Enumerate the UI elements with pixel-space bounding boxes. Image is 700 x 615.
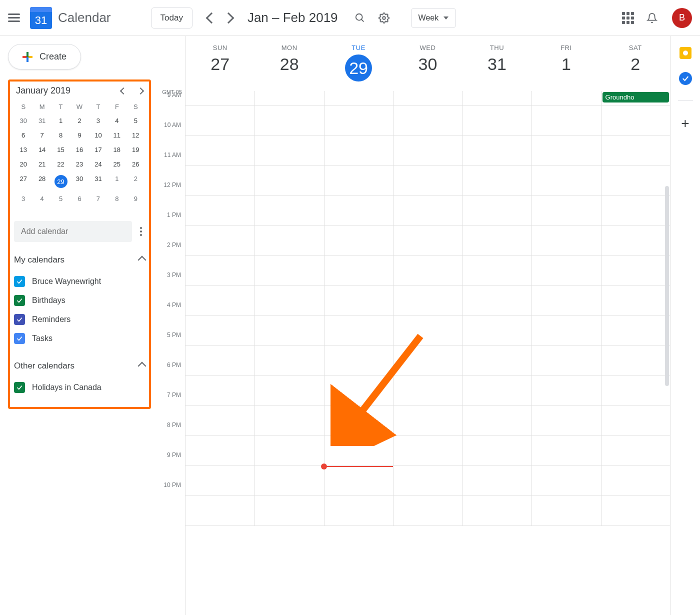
hour-cell[interactable] xyxy=(601,166,670,196)
mini-day-cell[interactable]: 4 xyxy=(32,192,51,206)
hour-cell[interactable] xyxy=(186,106,254,136)
mini-day-cell[interactable]: 8 xyxy=(108,192,126,206)
mini-day-cell[interactable]: 2 xyxy=(126,172,145,192)
allday-cell[interactable] xyxy=(324,91,393,106)
mini-day-cell[interactable]: 1 xyxy=(52,114,70,128)
hour-cell[interactable] xyxy=(254,466,324,496)
allday-cell[interactable] xyxy=(462,91,532,106)
hour-cell[interactable] xyxy=(462,346,532,376)
mini-day-cell[interactable]: 15 xyxy=(52,142,70,157)
mini-day-cell[interactable]: 6 xyxy=(70,192,88,206)
hour-row[interactable] xyxy=(186,376,670,406)
my-calendars-toggle[interactable]: My calendars xyxy=(14,255,145,265)
hour-cell[interactable] xyxy=(462,466,532,496)
hour-cell[interactable] xyxy=(324,496,393,526)
calendar-checkbox[interactable] xyxy=(14,333,25,344)
hour-cell[interactable] xyxy=(254,406,324,436)
hour-cell[interactable] xyxy=(532,226,600,256)
day-header[interactable]: SAT2 xyxy=(601,36,670,91)
hour-cell[interactable] xyxy=(324,196,393,226)
calendar-logo[interactable]: 31 xyxy=(30,7,52,29)
allday-cell[interactable]: Groundho xyxy=(601,91,670,106)
mini-day-cell[interactable]: 5 xyxy=(126,114,145,128)
mini-day-cell[interactable]: 9 xyxy=(70,128,88,142)
view-selector[interactable]: Week xyxy=(411,8,456,28)
mini-day-cell[interactable]: 27 xyxy=(14,172,32,192)
hour-cell[interactable] xyxy=(532,256,600,286)
hour-cell[interactable] xyxy=(254,286,324,316)
mini-day-cell[interactable]: 22 xyxy=(52,157,70,172)
calendar-item[interactable]: Birthdays xyxy=(14,291,145,310)
tasks-addon-icon[interactable] xyxy=(679,72,692,85)
mini-day-cell[interactable]: 5 xyxy=(52,192,70,206)
hour-cell[interactable] xyxy=(462,376,532,406)
mini-day-cell[interactable]: 25 xyxy=(108,157,126,172)
hour-cell[interactable] xyxy=(462,316,532,346)
hour-row[interactable] xyxy=(186,406,670,436)
hour-cell[interactable] xyxy=(393,496,462,526)
hour-row[interactable] xyxy=(186,466,670,496)
allday-cell[interactable] xyxy=(254,91,324,106)
hour-cell[interactable] xyxy=(186,256,254,286)
hour-cell[interactable] xyxy=(254,346,324,376)
hour-cell[interactable] xyxy=(324,106,393,136)
hour-cell[interactable] xyxy=(532,316,600,346)
mini-day-cell[interactable]: 7 xyxy=(89,192,108,206)
hour-cell[interactable] xyxy=(393,286,462,316)
get-addons-icon[interactable]: + xyxy=(681,116,689,132)
hour-cell[interactable] xyxy=(324,376,393,406)
mini-day-cell[interactable]: 30 xyxy=(14,114,32,128)
hour-cell[interactable] xyxy=(393,106,462,136)
mini-day-cell[interactable]: 11 xyxy=(108,128,126,142)
hour-cell[interactable] xyxy=(324,346,393,376)
mini-day-cell[interactable]: 7 xyxy=(32,128,51,142)
hour-cell[interactable] xyxy=(601,226,670,256)
calendar-checkbox[interactable] xyxy=(14,314,25,325)
google-apps-icon[interactable] xyxy=(622,12,634,24)
mini-day-cell[interactable]: 19 xyxy=(126,142,145,157)
mini-day-cell[interactable]: 6 xyxy=(14,128,32,142)
hour-cell[interactable] xyxy=(532,346,600,376)
hour-cell[interactable] xyxy=(601,316,670,346)
hour-cell[interactable] xyxy=(462,436,532,466)
mini-day-cell[interactable]: 4 xyxy=(108,114,126,128)
day-header[interactable]: THU31 xyxy=(462,36,532,91)
hour-cell[interactable] xyxy=(254,196,324,226)
mini-day-cell[interactable]: 23 xyxy=(70,157,88,172)
hour-cell[interactable] xyxy=(324,256,393,286)
day-header[interactable]: SUN27 xyxy=(186,36,254,91)
mini-day-cell[interactable]: 2 xyxy=(70,114,88,128)
mini-day-cell[interactable]: 16 xyxy=(70,142,88,157)
search-icon[interactable] xyxy=(354,12,366,24)
hour-cell[interactable] xyxy=(186,316,254,346)
hour-cell[interactable] xyxy=(186,136,254,166)
hour-cell[interactable] xyxy=(532,406,600,436)
hour-cell[interactable] xyxy=(186,466,254,496)
hour-cell[interactable] xyxy=(324,286,393,316)
hour-row[interactable] xyxy=(186,436,670,466)
hour-cell[interactable] xyxy=(601,466,670,496)
day-header[interactable]: WED30 xyxy=(393,36,462,91)
hour-cell[interactable] xyxy=(601,136,670,166)
mini-day-cell[interactable]: 31 xyxy=(32,114,51,128)
allday-cell[interactable] xyxy=(186,91,254,106)
hour-row[interactable] xyxy=(186,256,670,286)
mini-day-cell[interactable]: 17 xyxy=(89,142,108,157)
hour-cell[interactable] xyxy=(324,226,393,256)
hour-row[interactable] xyxy=(186,106,670,136)
hour-cell[interactable] xyxy=(324,436,393,466)
hour-cell[interactable] xyxy=(186,286,254,316)
mini-day-cell[interactable]: 12 xyxy=(126,128,145,142)
hour-row[interactable] xyxy=(186,316,670,346)
hour-row[interactable] xyxy=(186,226,670,256)
hour-cell[interactable] xyxy=(324,166,393,196)
calendar-item[interactable]: Tasks xyxy=(14,329,145,348)
hour-cell[interactable] xyxy=(186,166,254,196)
other-calendars-toggle[interactable]: Other calendars xyxy=(14,361,145,371)
hour-cell[interactable] xyxy=(254,436,324,466)
mini-day-cell[interactable]: 28 xyxy=(32,172,51,192)
hour-cell[interactable] xyxy=(532,196,600,226)
hour-row[interactable] xyxy=(186,286,670,316)
hour-cell[interactable] xyxy=(601,376,670,406)
hour-cell[interactable] xyxy=(462,406,532,436)
